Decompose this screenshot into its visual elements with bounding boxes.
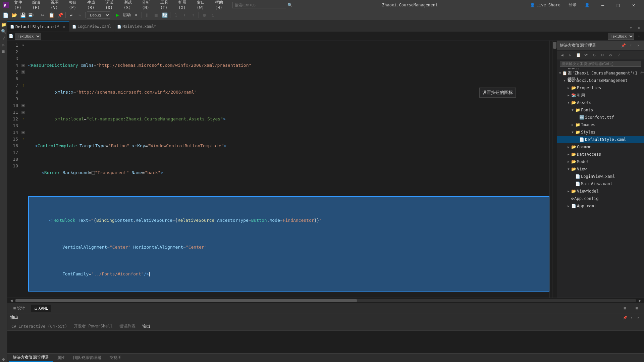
design-tab-design[interactable]: ⊞ 设计 [10, 304, 29, 312]
tree-item-references[interactable]: ▶ 📚 引用 [557, 92, 644, 99]
close-button[interactable]: ✕ [626, 0, 641, 10]
menu-view[interactable]: 视图(V) [48, 0, 65, 11]
horizontal-scrollbar[interactable] [15, 299, 636, 302]
pause-button[interactable]: ⏸ [143, 11, 151, 19]
start-button[interactable]: ▶ [113, 11, 121, 19]
collapse-14[interactable]: ▼ [21, 131, 25, 134]
se-pin-button[interactable]: 📌 [621, 43, 627, 49]
tree-item-dataaccess[interactable]: ▶ 📂 DataAccess [557, 151, 644, 158]
minimize-button[interactable]: — [595, 0, 610, 10]
tab-mainview[interactable]: 📄 MainView.xaml* [114, 21, 159, 32]
code-editor-text[interactable]: <ResourceDictionary xmlns="http://schema… [25, 41, 549, 298]
paste-button[interactable]: 📌 [56, 11, 64, 19]
restart-button[interactable]: 🔄 [161, 11, 169, 19]
refresh-button[interactable]: ↻ [209, 11, 217, 19]
settings-icon[interactable]: ⚙ [1, 356, 7, 362]
scroll-left-button[interactable]: ◀ [7, 298, 15, 303]
tree-item-assets[interactable]: ▼ 📂 Assets [557, 99, 644, 106]
expand-design-button[interactable]: ⊟ [621, 305, 630, 312]
user-login[interactable]: 登录 [566, 2, 579, 8]
menu-file[interactable]: 文件(F) [11, 0, 29, 11]
menu-build[interactable]: 生成(B) [85, 0, 102, 11]
se-tab-team[interactable]: 团队资源管理器 [69, 354, 105, 361]
minimap[interactable] [549, 41, 552, 298]
tree-item-images[interactable]: ▶ 📁 Images [557, 121, 644, 128]
menu-project[interactable]: 项目(P) [66, 0, 84, 11]
undo-button[interactable]: ↩ [67, 11, 75, 19]
tab-settings-button[interactable]: ⚙ [635, 24, 643, 32]
tree-item-styles[interactable]: ▼ 📁 Styles [557, 128, 644, 136]
menu-window[interactable]: 窗口(W) [194, 0, 212, 11]
code-editor[interactable]: 1 2 3 4 5 6 7 8 9 10 11 12 13 14 15 16 1 [7, 41, 557, 298]
new-file-button[interactable]: 📄 [1, 11, 9, 19]
tab-close-1[interactable]: ✕ [62, 24, 66, 29]
se-tab-classview[interactable]: 类视图 [105, 354, 125, 361]
menu-extensions[interactable]: 扩展(X) [176, 0, 193, 11]
add-element-button[interactable]: + [635, 33, 643, 40]
open-file-button[interactable]: 📂 [10, 11, 18, 19]
tree-item-viewmodel[interactable]: ▶ 📂 ViewModel [557, 188, 644, 195]
save-all-button[interactable]: 💾+ [28, 11, 36, 19]
panel-tab-csharp[interactable]: C# Interactive (64-bit) [9, 323, 70, 329]
menu-test[interactable]: 测试(S) [121, 0, 139, 11]
se-tab-properties[interactable]: 属性 [53, 354, 69, 361]
tree-item-solution[interactable]: ▼ 📋 解决方案'Zhaoxi.CourseManagement'(1 个项目) [557, 69, 644, 77]
tab-overflow-button[interactable]: ▾ [627, 24, 635, 32]
search-side-icon[interactable]: 🔍 [1, 28, 7, 34]
panel-close-button[interactable]: ✕ [635, 315, 641, 321]
scroll-right-button[interactable]: ▶ [636, 298, 644, 303]
copy-button[interactable]: 📋 [47, 11, 55, 19]
tree-item-appxaml[interactable]: ▶ 📄 App.xaml [557, 202, 644, 210]
panel-tab-output[interactable]: 输出 [140, 323, 153, 330]
tree-item-common[interactable]: ▶ 📂 Common [557, 143, 644, 151]
se-collapse-button[interactable]: ⊟ [599, 51, 606, 59]
cut-button[interactable]: ✂ [39, 11, 47, 19]
se-show-all-button[interactable]: 👁 [583, 51, 590, 59]
se-forward-button[interactable]: ▶ [567, 51, 574, 59]
menu-debug[interactable]: 调试(D) [103, 0, 120, 11]
stop-button[interactable]: ⏹ [152, 11, 160, 19]
se-refresh-button[interactable]: ↻ [591, 51, 598, 59]
live-share-button[interactable]: 👤 Live Share [527, 2, 563, 8]
git-icon[interactable]: ⑂ [1, 35, 7, 41]
tree-item-view[interactable]: ▼ 📂 View [557, 165, 644, 173]
panel-pin-button[interactable]: 📌 [622, 315, 628, 321]
collapse-10[interactable]: ▼ [21, 104, 25, 107]
se-search-input[interactable] [560, 61, 641, 67]
tab-loginview[interactable]: 📄 LoginView.xaml [69, 21, 114, 32]
vertical-scrollbar[interactable] [552, 41, 557, 298]
design-settings-button[interactable]: ⊞ [632, 305, 641, 312]
save-button[interactable]: 💾 [19, 11, 27, 19]
tree-item-defaultstyle[interactable]: ▶ 📄 DefaultStyle.xaml [557, 136, 644, 143]
se-git-button[interactable]: ⑂ [615, 51, 622, 59]
menu-tools[interactable]: 工具(T) [158, 0, 175, 11]
debug-config-dropdown[interactable]: Debug [87, 11, 110, 19]
panel-tab-errors[interactable]: 错误列表 [117, 323, 138, 330]
step-over-button[interactable]: ⤵ [172, 11, 180, 19]
search-input[interactable] [232, 2, 286, 8]
tree-item-mainview[interactable]: ▶ 📄 MainView.xaml [557, 180, 644, 188]
se-properties-button[interactable]: 📋 [575, 51, 582, 59]
se-close-button[interactable]: ✕ [635, 43, 641, 49]
tree-item-fonts[interactable]: ▼ 📁 Fonts [557, 106, 644, 114]
collapse-1[interactable]: ▼ [22, 44, 24, 47]
tree-item-model[interactable]: ▶ 📂 Model [557, 158, 644, 165]
tree-item-appconfig[interactable]: ▶ ⚙ App.config [557, 195, 644, 202]
breakpoint-button[interactable]: ⏺ [200, 11, 208, 19]
se-back-button[interactable]: ◀ [558, 51, 566, 59]
extensions-icon[interactable]: ⊞ [1, 48, 7, 54]
attach-button[interactable]: ⊕ [132, 11, 140, 19]
step-out-button[interactable]: ⬆ [189, 11, 197, 19]
search-icon[interactable]: 🔍 [287, 3, 292, 7]
menu-help[interactable]: 帮助(H) [212, 0, 230, 11]
tree-item-properties[interactable]: ▶ 📂 Properties [557, 84, 644, 92]
explorer-icon[interactable]: 📁 [1, 21, 7, 28]
element-selector-right[interactable]: TextBlock [608, 33, 634, 40]
se-tab-solution[interactable]: 解决方案资源管理器 [9, 354, 53, 362]
collapse-5[interactable]: ▼ [21, 70, 25, 74]
collapse-4[interactable]: ▼ [21, 64, 25, 67]
menu-analyze[interactable]: 分析(N) [139, 0, 157, 11]
tree-item-iconfont[interactable]: ▶ 🔤 iconfont.ttf [557, 114, 644, 121]
se-filter-button[interactable]: ⚙ [607, 51, 614, 59]
element-selector-left[interactable]: TextBlock [15, 33, 41, 40]
